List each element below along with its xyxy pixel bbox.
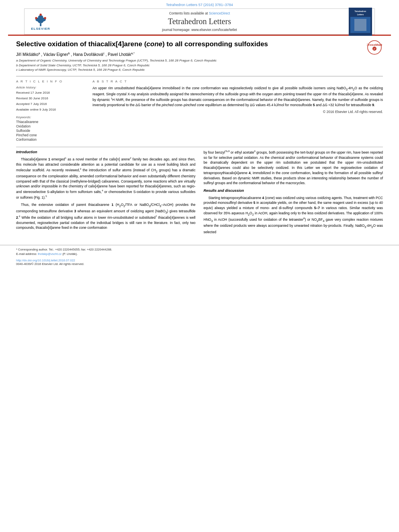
keyword-4: Pinched cone (16, 133, 84, 137)
email-end: (P. Lhoták). (62, 252, 78, 256)
received-date: Received 17 June 2016 (16, 90, 84, 95)
journal-thumb: Tetrahedron Letters (349, 8, 372, 36)
authors-line: Jiří Mikšátkoa , Václav Eignerb , Hana D… (16, 52, 383, 57)
elsevier-tree-icon (33, 13, 49, 27)
intro-para1: Thiacalix[4]arene 1 emerged1 as a novel … (16, 156, 195, 200)
email-label: E-mail address: (16, 252, 37, 256)
svg-point-6 (44, 17, 46, 19)
title-cone: cone (146, 40, 162, 48)
doi-link[interactable]: http://dx.doi.org/10.1016/j.tetlet.2016.… (16, 259, 75, 262)
corresponding-text: * Corresponding author. Tel.: +420 22204… (16, 248, 112, 251)
history-label: Article history: (16, 86, 84, 89)
body-text: Introduction Thiacalix[4]arene 1 emerged… (16, 150, 383, 237)
abstract-copyright: © 2016 Elsevier Ltd. All rights reserved… (93, 110, 383, 114)
article-info-col: A R T I C L E I N F O Article history: R… (16, 80, 84, 142)
journal-title: Tetrahedron Letters (33, 17, 366, 26)
the-text: the (214, 224, 219, 228)
article-content: Selective oxidation of thiacalix[4]arene… (0, 36, 399, 241)
author1-sup: a (39, 52, 40, 55)
title-part2: ) to all corresponding sulfoxides (162, 40, 268, 48)
article-info-label: A R T I C L E I N F O (16, 80, 84, 83)
affil-c: c Laboratory of NMR Spectroscopy, UCTP, … (16, 68, 383, 72)
affiliations: a Department of Organic Chemistry, Unive… (16, 58, 383, 72)
sciencedirect-link[interactable]: ScienceDirect (209, 11, 230, 15)
elsevier-text: ELSEVIER (31, 27, 50, 31)
leading-text: leading (312, 171, 323, 175)
keyword-3: Sulfoxide (16, 129, 84, 133)
author1-name: Jiří Mikšátko (16, 52, 39, 57)
author-email[interactable]: lhotakp@vscht.cz (38, 252, 62, 256)
svg-rect-0 (40, 23, 41, 26)
keyword-1: Thiacalixarene (16, 120, 84, 124)
contents-line: Contents lists available at ScienceDirec… (33, 11, 366, 15)
crossmark: CrossMark ✓ (367, 40, 383, 56)
elsevier-logo-area: ELSEVIER (25, 9, 57, 34)
page: Tetrahedron Letters 57 (2016) 3781–3784 (0, 0, 399, 532)
journal-reference: Tetrahedron Letters 57 (2016) 3781–3784 (0, 0, 399, 8)
crossmark-icon: CrossMark ✓ (367, 40, 382, 55)
issn-line: 0040-4039/© 2016 Elsevier Ltd. All right… (16, 262, 383, 266)
journal-header: ELSEVIER Contents lists available at Sci… (24, 8, 375, 35)
author3-name: , Hana Dvořáková (71, 52, 103, 57)
title-part1: Selective oxidation of thiacalix[4]arene… (16, 40, 146, 48)
available-date: Available online 9 July 2016 (16, 107, 84, 112)
journal-homepage: journal homepage: www.elsevier.com/locat… (33, 28, 366, 32)
header-center: Contents lists available at ScienceDirec… (33, 11, 366, 32)
journal-logo-right: Tetrahedron Letters (346, 9, 374, 34)
journal-name-top: Tetrahedron Letters 57 (2016) 3781–3784 (166, 3, 233, 7)
results-para: Starting tetrapropoxythiacalixarene 4 (c… (204, 195, 383, 235)
keywords-section: Keywords: Thiacalixarene Oxidation Sulfo… (16, 115, 84, 142)
abstract-label: A B S T R A C T (93, 80, 383, 83)
results-heading: Results and discussion (204, 188, 383, 194)
keyword-5: Conformation (16, 138, 84, 142)
abstract-text: An upper rim unsubstituted thiacalix[4]a… (93, 86, 383, 107)
intro-heading: Introduction (16, 150, 195, 155)
where-text: where (204, 224, 213, 228)
elsevier-logo: ELSEVIER (31, 13, 50, 31)
author2-name: , Václav Eigner (41, 52, 68, 57)
svg-text:✓: ✓ (373, 47, 376, 50)
intro-para2: Thus, the extensive oxidation of parent … (16, 202, 195, 230)
author3-sup: c (103, 52, 105, 55)
info-abstract-section: A R T I C L E I N F O Article history: R… (16, 76, 383, 142)
email-line: E-mail address: lhotakp@vscht.cz (P. Lho… (16, 252, 383, 257)
revised-date: Revised 30 June 2016 (16, 96, 84, 101)
right-para1: by four benzyl7b,8 or ethyl acetate9 gro… (204, 150, 383, 186)
keyword-2: Oxidation (16, 124, 84, 128)
footer: * Corresponding author. Tel.: +420 22204… (0, 245, 399, 268)
body-divider (16, 147, 383, 147)
affil-a: a Department of Organic Chemistry, Unive… (16, 58, 383, 63)
accepted-date: Accepted 7 July 2016 (16, 102, 84, 107)
svg-point-7 (39, 13, 42, 16)
author4-star: * (134, 52, 135, 55)
doi-line: http://dx.doi.org/10.1016/j.tetlet.2016.… (16, 258, 383, 262)
article-title: Selective oxidation of thiacalix[4]arene… (16, 40, 383, 49)
abstract-col: A B S T R A C T An upper rim unsubstitut… (93, 80, 383, 142)
corresponding-note: * Corresponding author. Tel.: +420 22204… (16, 248, 383, 252)
affil-b: b Department of Solid State Chemistry, U… (16, 63, 383, 68)
body-left-col: Introduction Thiacalix[4]arene 1 emerged… (16, 150, 195, 237)
author4-name: , Pavel Lhoták (106, 52, 131, 57)
svg-point-5 (35, 17, 37, 19)
author2-sup: b (68, 52, 70, 55)
keywords-label: Keywords: (16, 115, 84, 119)
body-right-col: by four benzyl7b,8 or ethyl acetate9 gro… (204, 150, 383, 237)
svg-text:CrossMark: CrossMark (367, 43, 382, 47)
